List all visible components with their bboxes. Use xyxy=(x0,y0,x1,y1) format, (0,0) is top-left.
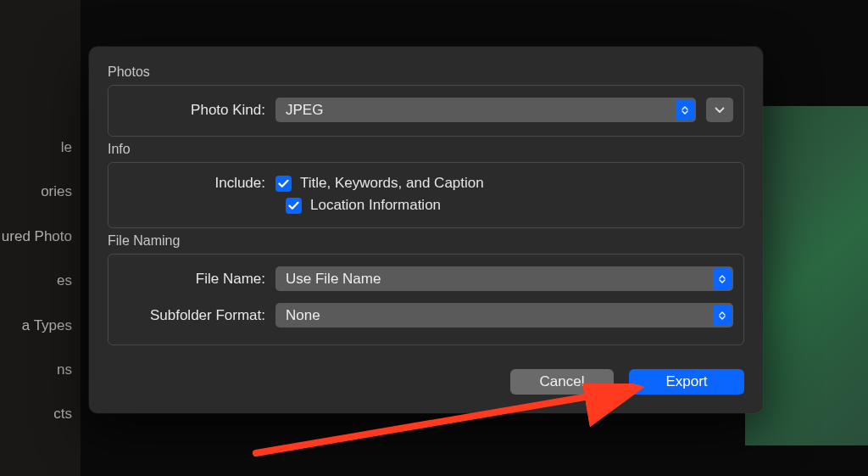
sidebar-item: es xyxy=(0,267,72,294)
cancel-button[interactable]: Cancel xyxy=(510,369,614,395)
file-name-dropdown[interactable]: Use File Name xyxy=(275,266,733,291)
include-label: Include: xyxy=(119,175,275,192)
app-sidebar-background: le ories ured Photo es a Types ns cts xyxy=(0,0,81,476)
photo-kind-dropdown[interactable]: JPEG xyxy=(275,98,696,122)
subfolder-label: Subfolder Format: xyxy=(119,307,275,324)
subfolder-dropdown[interactable]: None xyxy=(275,303,733,328)
background-photo xyxy=(745,106,868,445)
up-down-arrows-icon xyxy=(713,268,732,289)
title-keywords-label: Title, Keywords, and Caption xyxy=(300,175,484,192)
location-checkbox[interactable] xyxy=(286,198,302,214)
section-label-file-naming: File Naming xyxy=(108,233,744,249)
file-name-value: Use File Name xyxy=(286,271,381,288)
sidebar-item: ured Photo xyxy=(0,223,72,250)
button-row: Cancel Export xyxy=(108,369,744,395)
subfolder-row: Subfolder Format: None xyxy=(119,303,733,328)
check-icon xyxy=(288,201,299,210)
photo-kind-value: JPEG xyxy=(286,102,323,119)
sidebar-item: le xyxy=(0,134,72,161)
photo-kind-label: Photo Kind: xyxy=(119,102,275,119)
up-down-arrows-icon xyxy=(713,305,732,326)
export-button[interactable]: Export xyxy=(629,369,744,395)
export-dialog: Photos Photo Kind: JPEG Info Include: Ti… xyxy=(89,47,763,413)
location-row: Location Information xyxy=(119,197,733,214)
file-name-row: File Name: Use File Name xyxy=(119,266,733,291)
sidebar-item: ns xyxy=(0,356,72,384)
photo-kind-row: Photo Kind: JPEG xyxy=(119,98,733,122)
location-label: Location Information xyxy=(310,197,441,214)
file-name-label: File Name: xyxy=(119,271,275,288)
sidebar-item: a Types xyxy=(0,312,72,339)
include-row: Include: Title, Keywords, and Caption xyxy=(119,175,733,192)
photos-fieldset: Photo Kind: JPEG xyxy=(108,85,744,137)
check-icon xyxy=(278,179,289,188)
expand-options-button[interactable] xyxy=(706,98,733,122)
chevron-down-icon xyxy=(715,107,725,114)
info-fieldset: Include: Title, Keywords, and Caption Lo… xyxy=(108,162,744,228)
subfolder-value: None xyxy=(286,307,320,324)
sidebar-item: cts xyxy=(0,400,72,428)
up-down-arrows-icon xyxy=(676,99,694,120)
sidebar-items: le ories ured Photo es a Types ns cts xyxy=(0,134,72,445)
title-keywords-checkbox[interactable] xyxy=(275,176,292,192)
section-label-info: Info xyxy=(108,142,744,157)
file-naming-fieldset: File Name: Use File Name Subfolder Forma… xyxy=(108,254,744,345)
section-label-photos: Photos xyxy=(108,64,744,80)
sidebar-item: ories xyxy=(0,178,72,205)
